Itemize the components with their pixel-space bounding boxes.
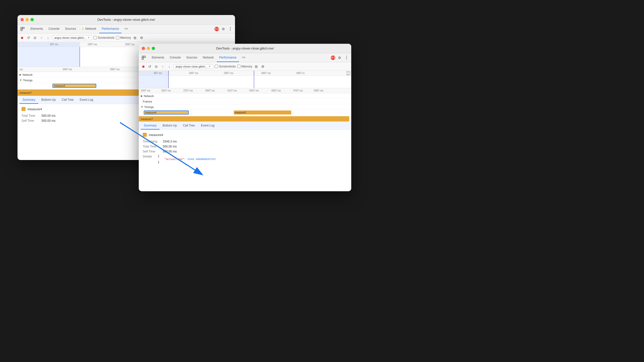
total-time-row-2: Total Time 500.00 ms — [143, 145, 347, 148]
memory-checkbox-1[interactable]: Memory — [116, 36, 131, 40]
error-badge-1: ✕ 1 — [214, 27, 219, 31]
tab-bar-right-2: ✕ 1 ⚙ ⋮ — [331, 53, 349, 62]
svg-rect-5 — [142, 58, 144, 60]
devtools-window-2: DevTools - angry-clover-close.glitch.me/… — [139, 44, 351, 191]
ruler-mark-1997-1: 1997 ms — [88, 43, 97, 46]
close-button-2[interactable] — [142, 47, 145, 50]
tab-console-2[interactable]: Console — [167, 53, 183, 62]
ruler-3497-1: 3497 ms — [62, 68, 72, 71]
measure5-bar-2[interactable]: measure5 — [234, 110, 291, 114]
timings-track-2: ▼ Timings — [139, 104, 351, 110]
bottom-tab-bottomup-1[interactable]: Bottom-Up — [38, 96, 58, 104]
reload-button-2[interactable]: ↺ — [147, 64, 152, 69]
tab-console-1[interactable]: Console — [46, 24, 62, 33]
highlight-2 — [139, 76, 169, 88]
ruler-3997-2: 3997 ms — [261, 72, 271, 74]
r-4797: 4797 ms — [293, 89, 303, 92]
highlight-1 — [18, 47, 80, 67]
title-bar-2: DevTools - angry-clover-close.glitch.me/ — [139, 44, 351, 53]
svg-rect-3 — [142, 56, 144, 58]
devtools-settings-2[interactable]: ⚙ — [260, 64, 265, 69]
bottom-tab-eventlog-1[interactable]: Event Log — [77, 96, 96, 104]
memory-checkbox-2[interactable]: Memory — [237, 65, 252, 68]
tab-sources-1[interactable]: Sources — [62, 24, 78, 33]
overview-area-2 — [139, 76, 351, 88]
devtools-icon-2 — [141, 53, 147, 62]
r-4597: 4597 ms — [271, 89, 281, 92]
bottom-tab-eventlog-2[interactable]: Event Log — [198, 122, 218, 130]
bottom-tabs-2: Summary Bottom-Up Call Tree Event Log — [139, 122, 351, 130]
download-button-2[interactable]: ↓ — [167, 64, 172, 69]
tab-network-1[interactable]: ⚠ Network — [79, 24, 99, 33]
bottom-tab-summary-1[interactable]: Summary — [20, 96, 38, 104]
minimize-button-1[interactable] — [26, 18, 29, 21]
self-time-row-2: Self Time 500.00 ms — [143, 150, 347, 153]
upload-button-2[interactable]: ↑ — [160, 64, 165, 69]
measure-icon-2 — [143, 133, 147, 137]
traffic-lights-1 — [20, 18, 34, 21]
upload-button-1[interactable]: ↑ — [39, 35, 44, 40]
measure4-bar-2[interactable]: measure4 — [144, 110, 189, 114]
measure7-row-2: measure7 — [139, 116, 351, 122]
bottom-tab-calltree-1[interactable]: Call Tree — [59, 96, 77, 104]
screenshots-checkbox-2[interactable]: Screenshots — [215, 65, 236, 68]
window-title-2: DevTools - angry-clover-close.glitch.me/ — [216, 46, 274, 50]
cpu-net-labels: CPU NET — [346, 71, 351, 76]
settings-gear-1[interactable]: ⚙ — [220, 26, 226, 32]
timeline-ruler3-2: 3397 ms 3597 ms 3797 ms 3997 ms 4197 ms … — [139, 88, 351, 93]
tracks-area-2: ▶ Network Frames ▼ Timings measure4 — [139, 93, 351, 122]
tab-network-2[interactable]: Network — [200, 53, 216, 62]
r-3797: 3797 ms — [183, 89, 193, 92]
frames-label-2: Frames — [139, 100, 152, 103]
tab-bar-2: Elements Console Sources Network Perform… — [139, 53, 351, 62]
reload-button-1[interactable]: ↺ — [26, 35, 31, 40]
measure-icon-1 — [22, 107, 26, 111]
capture-button-1[interactable]: ⊞ — [132, 35, 138, 40]
devtools-settings-1[interactable]: ⚙ — [139, 35, 144, 40]
tab-more-1[interactable]: >> — [122, 24, 130, 33]
tab-performance-1[interactable]: Performance — [99, 24, 122, 33]
svg-rect-2 — [21, 29, 22, 31]
timings-label-2: Timings — [144, 106, 154, 108]
more-menu-2[interactable]: ⋮ — [344, 55, 349, 60]
tab-elements-1[interactable]: Elements — [28, 24, 46, 33]
measure4-row-2: measure4 measure5 — [139, 110, 351, 116]
ruler-4997-2: 4997 m — [296, 72, 304, 74]
r-3997: 3997 ms — [205, 89, 215, 92]
download-button-1[interactable]: ↓ — [46, 35, 50, 40]
tab-more-2[interactable]: >> — [240, 53, 248, 62]
minimize-button-2[interactable] — [147, 47, 150, 50]
maximize-button-2[interactable] — [152, 47, 155, 50]
ruler-3997-1: 3997 ms — [110, 68, 120, 71]
close-button-1[interactable] — [20, 18, 24, 21]
cursor-line-1 — [80, 47, 80, 67]
measure4-bar-1[interactable]: measure4 — [52, 84, 96, 88]
clear-button-2[interactable]: ⊘ — [154, 64, 159, 69]
maximize-button-1[interactable] — [30, 18, 34, 21]
ruler-997-2: 997 ms — [154, 72, 162, 74]
error-badge-2: ✕ 1 — [331, 56, 335, 60]
svg-rect-4 — [144, 56, 146, 58]
control-bar-1: ⏺ ↺ ⊘ ↑ ↓ angry-clover-close.glitch... ▼… — [18, 34, 235, 42]
network-label-2: Network — [144, 94, 154, 98]
record-button-2[interactable]: ⏺ — [141, 64, 146, 69]
details-row-2: Details { "actualTime": 3346.40000003576… — [143, 155, 347, 164]
clear-button-1[interactable]: ⊘ — [32, 35, 38, 40]
settings-gear-2[interactable]: ⚙ — [337, 55, 342, 60]
bottom-tab-calltree-2[interactable]: Call Tree — [180, 122, 198, 130]
measures-content-2: measure4 measure5 — [139, 110, 349, 116]
r-4397: 4397 ms — [249, 89, 259, 92]
tab-performance-2[interactable]: Performance — [217, 53, 239, 62]
bottom-tab-summary-2[interactable]: Summary — [141, 122, 160, 130]
warning-icon-1: ⚠ — [82, 27, 84, 30]
tab-elements-2[interactable]: Elements — [149, 53, 167, 62]
ruler-mark-2997-1: 2997 ms — [125, 43, 134, 46]
record-button-1[interactable]: ⏺ — [20, 35, 24, 40]
screenshots-checkbox-1[interactable]: Screenshots — [94, 36, 114, 40]
more-menu-1[interactable]: ⋮ — [228, 26, 233, 32]
bottom-tab-bottomup-2[interactable]: Bottom-Up — [160, 122, 180, 130]
capture-button-2[interactable]: ⊞ — [254, 64, 259, 69]
ruler-2997-2: 2997 ms — [224, 72, 233, 74]
tab-sources-2[interactable]: Sources — [184, 53, 200, 62]
traffic-lights-2 — [142, 47, 155, 50]
